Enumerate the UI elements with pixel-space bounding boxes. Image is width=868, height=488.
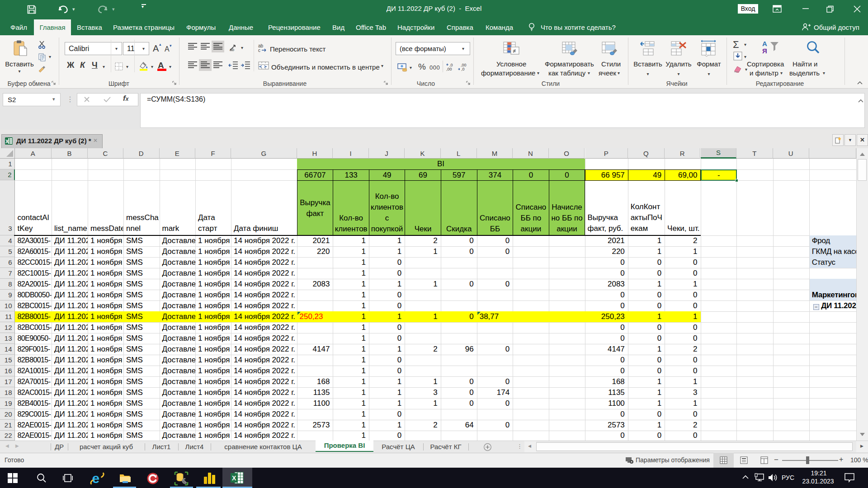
svg-text:ab: ab [230, 47, 234, 52]
svg-text:А: А [762, 40, 767, 47]
svg-text:c: c [258, 48, 260, 52]
svg-text:≠: ≠ [513, 47, 516, 54]
svg-text:Я: Я [762, 47, 767, 55]
svg-text:X: X [5, 139, 9, 144]
svg-text:,0: ,0 [461, 67, 465, 71]
svg-text:X: X [232, 474, 236, 482]
svg-text:e: e [92, 471, 100, 486]
svg-text:,00: ,00 [446, 67, 452, 71]
